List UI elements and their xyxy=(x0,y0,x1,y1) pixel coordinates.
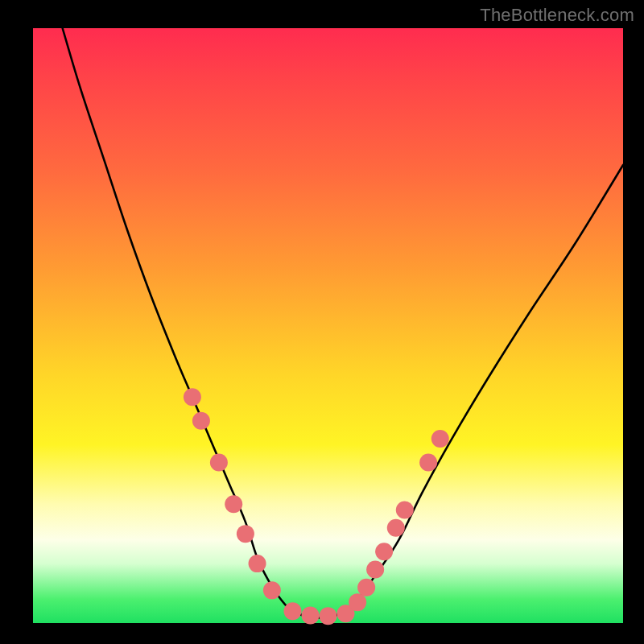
chart-svg xyxy=(33,28,623,623)
data-marker xyxy=(357,579,375,597)
watermark-text: TheBottleneck.com xyxy=(480,5,634,26)
data-marker xyxy=(192,412,210,430)
data-marker xyxy=(249,555,266,572)
chart-frame: TheBottleneck.com xyxy=(0,0,644,644)
data-markers xyxy=(184,388,449,625)
data-marker xyxy=(225,495,242,513)
data-marker xyxy=(320,607,337,625)
bottleneck-curve xyxy=(63,28,623,618)
plot-area xyxy=(33,28,623,623)
data-marker xyxy=(375,543,393,560)
data-marker xyxy=(387,519,405,537)
data-marker xyxy=(302,606,320,624)
data-marker xyxy=(184,388,201,406)
data-marker xyxy=(396,502,414,519)
data-marker xyxy=(431,430,449,448)
data-marker xyxy=(284,602,302,620)
data-marker xyxy=(366,560,384,578)
data-marker xyxy=(210,453,228,471)
data-marker xyxy=(419,453,437,471)
data-marker xyxy=(263,581,281,599)
data-marker xyxy=(349,593,366,611)
data-marker xyxy=(237,525,254,543)
